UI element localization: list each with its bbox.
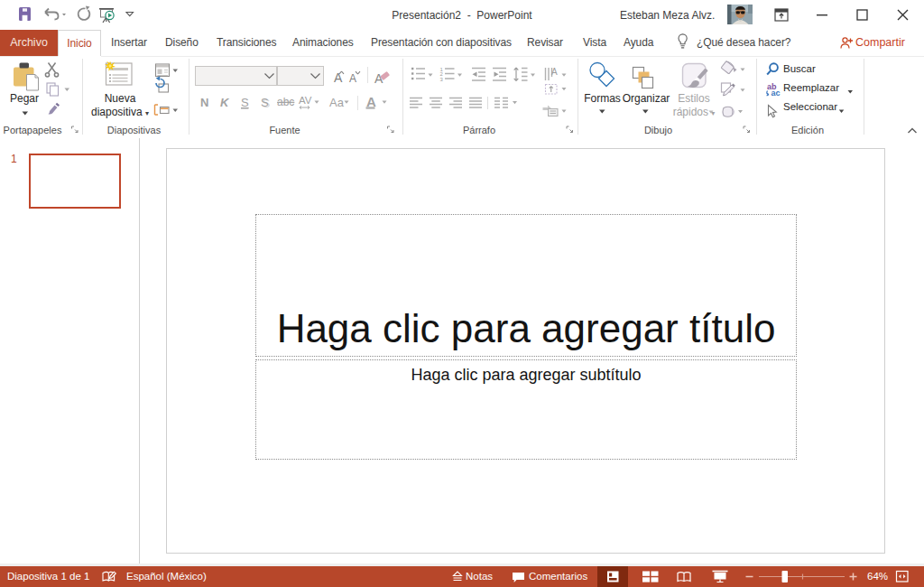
- svg-text:ac: ac: [772, 89, 781, 98]
- svg-text:S: S: [241, 96, 249, 109]
- svg-text:A: A: [349, 72, 356, 85]
- svg-text:N: N: [200, 96, 208, 109]
- svg-text:A: A: [551, 67, 558, 77]
- svg-text:3: 3: [440, 77, 444, 82]
- svg-text:AV: AV: [299, 95, 312, 106]
- svg-text:abc: abc: [277, 96, 294, 108]
- svg-text:A: A: [334, 70, 343, 85]
- svg-text:K: K: [220, 96, 230, 109]
- svg-text:Aa: Aa: [329, 96, 345, 109]
- svg-text:S: S: [261, 96, 269, 109]
